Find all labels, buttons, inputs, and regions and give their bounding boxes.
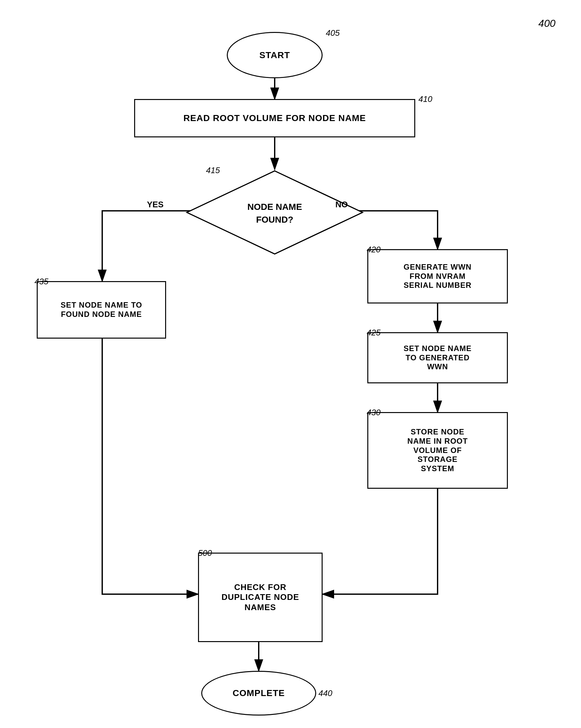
flowchart-diagram: 400 START 405 READ ROOT VOLUME FOR NODE …: [0, 0, 581, 728]
diamond-ref: 415: [206, 165, 220, 175]
check-dup-node: CHECK FORDUPLICATE NODENAMES: [198, 553, 323, 642]
complete-ref: 440: [318, 688, 332, 698]
complete-label: COMPLETE: [233, 688, 285, 699]
svg-text:NODE NAME: NODE NAME: [247, 202, 302, 212]
yes-label: YES: [147, 200, 163, 210]
start-ref: 405: [326, 28, 340, 38]
set-generated-ref: 425: [367, 328, 380, 338]
store-node-ref: 430: [367, 408, 380, 417]
read-root-node: READ ROOT VOLUME FOR NODE NAME: [134, 99, 415, 137]
diagram-ref-400: 400: [538, 18, 555, 29]
set-generated-node: SET NODE NAMETO GENERATEDWWN: [367, 332, 508, 383]
generate-wwn-label: GENERATE WWNFROM NVRAMSERIAL NUMBER: [404, 263, 472, 290]
store-node-node: STORE NODENAME IN ROOTVOLUME OFSTORAGESY…: [367, 412, 508, 489]
start-node: START: [227, 32, 323, 78]
start-label: START: [259, 50, 290, 61]
no-label: NO: [335, 200, 348, 210]
set-generated-label: SET NODE NAMETO GENERATEDWWN: [403, 344, 471, 371]
read-root-ref: 410: [418, 94, 432, 104]
svg-text:FOUND?: FOUND?: [256, 215, 293, 225]
set-found-label: SET NODE NAME TOFOUND NODE NAME: [61, 301, 142, 319]
diamond-node: NODE NAME FOUND?: [185, 169, 364, 256]
generate-wwn-node: GENERATE WWNFROM NVRAMSERIAL NUMBER: [367, 249, 508, 304]
check-dup-ref: 500: [198, 548, 212, 558]
set-found-ref: 435: [34, 277, 48, 287]
read-root-label: READ ROOT VOLUME FOR NODE NAME: [183, 113, 366, 124]
set-found-node: SET NODE NAME TOFOUND NODE NAME: [37, 281, 166, 339]
check-dup-label: CHECK FORDUPLICATE NODENAMES: [221, 582, 299, 613]
complete-node: COMPLETE: [201, 671, 316, 716]
generate-wwn-ref: 420: [367, 245, 380, 255]
svg-marker-6: [187, 171, 363, 254]
store-node-label: STORE NODENAME IN ROOTVOLUME OFSTORAGESY…: [407, 427, 468, 473]
